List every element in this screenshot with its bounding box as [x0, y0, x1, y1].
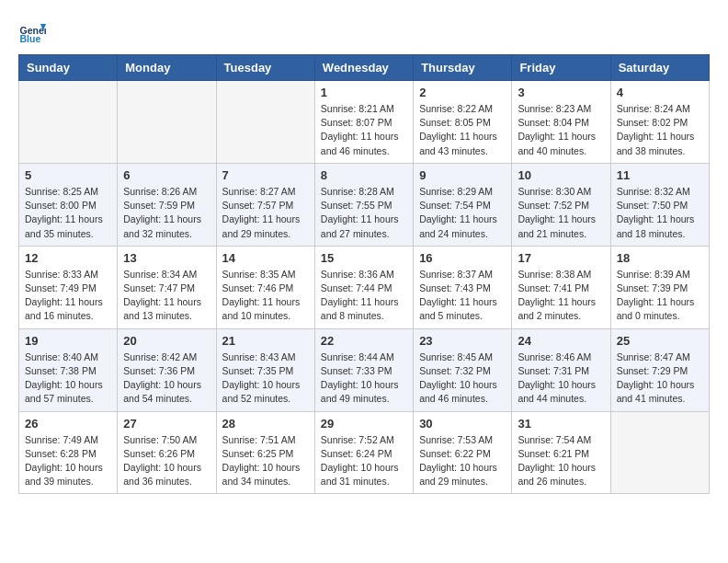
calendar-cell: 4Sunrise: 8:24 AMSunset: 8:02 PMDaylight…: [610, 81, 709, 164]
day-number: 24: [518, 334, 604, 348]
calendar-week-row: 1Sunrise: 8:21 AMSunset: 8:07 PMDaylight…: [19, 81, 710, 164]
day-info: Sunrise: 8:37 AMSunset: 7:43 PMDaylight:…: [419, 268, 506, 324]
day-info: Sunrise: 8:28 AMSunset: 7:55 PMDaylight:…: [321, 185, 407, 241]
calendar-body: 1Sunrise: 8:21 AMSunset: 8:07 PMDaylight…: [19, 81, 710, 494]
day-info: Sunrise: 7:49 AMSunset: 6:28 PMDaylight:…: [25, 433, 111, 489]
day-number: 5: [25, 168, 111, 182]
calendar-cell: 8Sunrise: 8:28 AMSunset: 7:55 PMDaylight…: [314, 163, 413, 246]
day-number: 19: [25, 334, 111, 348]
day-number: 2: [419, 86, 506, 99]
calendar-cell: 2Sunrise: 8:22 AMSunset: 8:05 PMDaylight…: [414, 81, 512, 164]
calendar-cell: 25Sunrise: 8:47 AMSunset: 7:29 PMDayligh…: [610, 328, 709, 411]
day-info: Sunrise: 8:44 AMSunset: 7:33 PMDaylight:…: [321, 350, 407, 407]
calendar-cell: 17Sunrise: 8:38 AMSunset: 7:41 PMDayligh…: [512, 246, 610, 328]
weekday-header: Tuesday: [216, 55, 314, 81]
day-number: 7: [222, 168, 309, 182]
calendar-cell: 20Sunrise: 8:42 AMSunset: 7:36 PMDayligh…: [118, 328, 216, 411]
day-info: Sunrise: 8:33 AMSunset: 7:49 PMDaylight:…: [25, 268, 111, 324]
day-info: Sunrise: 8:36 AMSunset: 7:44 PMDaylight:…: [321, 268, 407, 324]
day-number: 6: [123, 168, 210, 182]
weekday-header: Monday: [118, 55, 216, 81]
day-number: 9: [419, 168, 506, 182]
day-number: 21: [222, 334, 309, 348]
calendar-cell: 5Sunrise: 8:25 AMSunset: 8:00 PMDaylight…: [19, 163, 118, 246]
calendar-cell: [118, 81, 216, 164]
calendar-cell: 18Sunrise: 8:39 AMSunset: 7:39 PMDayligh…: [610, 246, 709, 328]
calendar-cell: 30Sunrise: 7:53 AMSunset: 6:22 PMDayligh…: [414, 411, 512, 494]
day-number: 18: [617, 251, 703, 265]
calendar-cell: 23Sunrise: 8:45 AMSunset: 7:32 PMDayligh…: [414, 328, 512, 411]
day-info: Sunrise: 8:40 AMSunset: 7:38 PMDaylight:…: [25, 350, 111, 407]
calendar-cell: 14Sunrise: 8:35 AMSunset: 7:46 PMDayligh…: [216, 246, 314, 328]
day-info: Sunrise: 7:52 AMSunset: 6:24 PMDaylight:…: [321, 433, 407, 489]
day-info: Sunrise: 8:27 AMSunset: 7:57 PMDaylight:…: [222, 185, 309, 241]
calendar-week-row: 5Sunrise: 8:25 AMSunset: 8:00 PMDaylight…: [19, 163, 710, 246]
calendar-cell: 24Sunrise: 8:46 AMSunset: 7:31 PMDayligh…: [512, 328, 610, 411]
calendar-header: SundayMondayTuesdayWednesdayThursdayFrid…: [19, 55, 710, 81]
day-number: 30: [419, 417, 506, 431]
day-info: Sunrise: 7:54 AMSunset: 6:21 PMDaylight:…: [518, 433, 604, 489]
calendar-week-row: 26Sunrise: 7:49 AMSunset: 6:28 PMDayligh…: [19, 411, 710, 494]
day-info: Sunrise: 8:47 AMSunset: 7:29 PMDaylight:…: [617, 350, 703, 407]
weekday-header: Saturday: [610, 55, 709, 81]
logo: General Blue: [18, 18, 50, 46]
day-info: Sunrise: 8:32 AMSunset: 7:50 PMDaylight:…: [617, 185, 703, 241]
day-info: Sunrise: 8:25 AMSunset: 8:00 PMDaylight:…: [25, 185, 111, 241]
weekday-header: Thursday: [414, 55, 512, 81]
day-info: Sunrise: 7:53 AMSunset: 6:22 PMDaylight:…: [419, 433, 506, 489]
day-info: Sunrise: 8:43 AMSunset: 7:35 PMDaylight:…: [222, 350, 309, 407]
calendar-cell: 29Sunrise: 7:52 AMSunset: 6:24 PMDayligh…: [314, 411, 413, 494]
calendar-cell: 28Sunrise: 7:51 AMSunset: 6:25 PMDayligh…: [216, 411, 314, 494]
calendar-cell: 11Sunrise: 8:32 AMSunset: 7:50 PMDayligh…: [610, 163, 709, 246]
day-number: 13: [123, 251, 210, 265]
day-number: 25: [617, 334, 703, 348]
calendar-cell: 19Sunrise: 8:40 AMSunset: 7:38 PMDayligh…: [19, 328, 118, 411]
calendar-cell: 15Sunrise: 8:36 AMSunset: 7:44 PMDayligh…: [314, 246, 413, 328]
calendar-cell: 26Sunrise: 7:49 AMSunset: 6:28 PMDayligh…: [19, 411, 118, 494]
day-info: Sunrise: 8:35 AMSunset: 7:46 PMDaylight:…: [222, 268, 309, 324]
day-number: 22: [321, 334, 407, 348]
calendar-week-row: 12Sunrise: 8:33 AMSunset: 7:49 PMDayligh…: [19, 246, 710, 328]
calendar-cell: 12Sunrise: 8:33 AMSunset: 7:49 PMDayligh…: [19, 246, 118, 328]
day-number: 27: [123, 417, 210, 431]
calendar-week-row: 19Sunrise: 8:40 AMSunset: 7:38 PMDayligh…: [19, 328, 710, 411]
day-number: 1: [321, 86, 407, 99]
day-info: Sunrise: 8:24 AMSunset: 8:02 PMDaylight:…: [617, 102, 703, 158]
logo-icon: General Blue: [18, 18, 46, 46]
day-number: 11: [617, 168, 703, 182]
calendar-cell: 6Sunrise: 8:26 AMSunset: 7:59 PMDaylight…: [118, 163, 216, 246]
calendar-cell: 9Sunrise: 8:29 AMSunset: 7:54 PMDaylight…: [414, 163, 512, 246]
day-info: Sunrise: 8:29 AMSunset: 7:54 PMDaylight:…: [419, 185, 506, 241]
calendar-cell: 3Sunrise: 8:23 AMSunset: 8:04 PMDaylight…: [512, 81, 610, 164]
calendar-cell: 21Sunrise: 8:43 AMSunset: 7:35 PMDayligh…: [216, 328, 314, 411]
day-number: 15: [321, 251, 407, 265]
day-info: Sunrise: 8:39 AMSunset: 7:39 PMDaylight:…: [617, 268, 703, 324]
day-info: Sunrise: 8:34 AMSunset: 7:47 PMDaylight:…: [123, 268, 210, 324]
calendar-cell: 22Sunrise: 8:44 AMSunset: 7:33 PMDayligh…: [314, 328, 413, 411]
day-info: Sunrise: 8:21 AMSunset: 8:07 PMDaylight:…: [321, 102, 407, 158]
calendar-cell: 1Sunrise: 8:21 AMSunset: 8:07 PMDaylight…: [314, 81, 413, 164]
calendar-cell: 13Sunrise: 8:34 AMSunset: 7:47 PMDayligh…: [118, 246, 216, 328]
weekday-header: Friday: [512, 55, 610, 81]
calendar-cell: 31Sunrise: 7:54 AMSunset: 6:21 PMDayligh…: [512, 411, 610, 494]
day-number: 31: [518, 417, 604, 431]
day-number: 10: [518, 168, 604, 182]
calendar-cell: 10Sunrise: 8:30 AMSunset: 7:52 PMDayligh…: [512, 163, 610, 246]
day-info: Sunrise: 8:46 AMSunset: 7:31 PMDaylight:…: [518, 350, 604, 407]
day-number: 16: [419, 251, 506, 265]
calendar-cell: 27Sunrise: 7:50 AMSunset: 6:26 PMDayligh…: [118, 411, 216, 494]
day-number: 26: [25, 417, 111, 431]
day-info: Sunrise: 8:23 AMSunset: 8:04 PMDaylight:…: [518, 102, 604, 158]
day-info: Sunrise: 8:42 AMSunset: 7:36 PMDaylight:…: [123, 350, 210, 407]
day-info: Sunrise: 8:45 AMSunset: 7:32 PMDaylight:…: [419, 350, 506, 407]
day-info: Sunrise: 8:30 AMSunset: 7:52 PMDaylight:…: [518, 185, 604, 241]
day-info: Sunrise: 8:22 AMSunset: 8:05 PMDaylight:…: [419, 102, 506, 158]
day-number: 20: [123, 334, 210, 348]
day-info: Sunrise: 7:51 AMSunset: 6:25 PMDaylight:…: [222, 433, 309, 489]
day-info: Sunrise: 8:26 AMSunset: 7:59 PMDaylight:…: [123, 185, 210, 241]
day-number: 4: [617, 86, 703, 99]
day-number: 23: [419, 334, 506, 348]
calendar: SundayMondayTuesdayWednesdayThursdayFrid…: [18, 54, 710, 494]
weekday-header: Sunday: [19, 55, 118, 81]
day-number: 3: [518, 86, 604, 99]
